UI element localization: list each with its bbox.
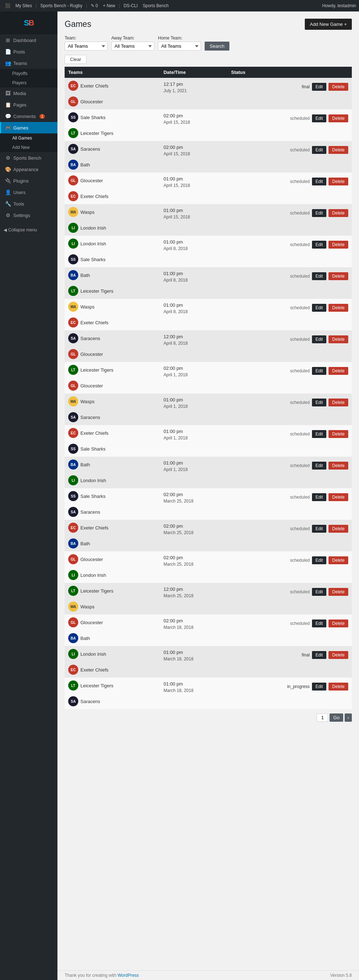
sidebar-item-pages[interactable]: 📋 Pages [0,99,57,110]
away-team-name: Saracens [80,336,100,341]
clear-button[interactable]: Clear [65,55,86,64]
delete-button[interactable]: Delete [329,336,348,343]
edit-button[interactable]: Edit [312,462,327,469]
sidebar-item-dashboard[interactable]: ⊞ Dashboard [0,35,57,46]
admin-bar-sports-bench[interactable]: Sports Bench [141,0,171,11]
sidebar-item-tools[interactable]: 🔧 Tools [0,198,57,210]
admin-bar-new-label: + New [103,3,115,8]
home-team-row: GL Gloucester [65,378,160,393]
delete-button[interactable]: Delete [329,525,348,533]
edit-button[interactable]: Edit [312,367,327,375]
home-team-logo: SA [68,696,78,706]
sidebar-submenu-all-games[interactable]: All Games [0,134,57,143]
sb-logo-text: SB [22,16,36,30]
edit-button[interactable]: Edit [312,493,327,501]
edit-button[interactable]: Edit [312,588,327,596]
table-row: WA Wasps EC Exeter Chiefs 01:00 pm April… [65,299,352,330]
away-team-logo: SA [68,333,78,343]
admin-bar-wp-logo[interactable]: ⬛ [3,0,13,11]
delete-button[interactable]: Delete [329,272,348,280]
pagination-next-button[interactable]: › [345,713,352,722]
sidebar-item-teams[interactable]: 👥 Teams [0,57,57,69]
admin-bar-my-sites-label: My Sites [16,3,32,8]
edit-button[interactable]: Edit [312,399,327,406]
edit-button[interactable]: Edit [312,336,327,343]
page-number-input[interactable] [317,713,328,722]
team-filter-select[interactable]: All Teams [65,41,108,51]
search-button[interactable]: Search [205,41,230,51]
sidebar-item-settings[interactable]: ⚙ Settings [0,210,57,221]
sidebar-submenu-players[interactable]: Players [0,78,57,88]
delete-button[interactable]: Delete [329,146,348,154]
away-team-row: WA Wasps [65,204,160,220]
delete-button[interactable]: Delete [329,83,348,91]
pagination-go-button[interactable]: Go [330,713,343,722]
sidebar-item-settings-label: Settings [13,213,30,218]
sidebar-item-users[interactable]: 👤 Users [0,186,57,198]
home-team-filter-select[interactable]: All Teams [158,41,201,51]
admin-bar-howdy[interactable]: Howdy, testadmin [322,3,356,8]
edit-button[interactable]: Edit [312,525,327,533]
edit-button[interactable]: Edit [312,146,327,154]
add-new-game-button[interactable]: Add New Game + [305,19,352,30]
home-team-logo: BA [68,633,78,643]
game-date: April 8, 2018 [160,341,227,348]
admin-bar-site-name[interactable]: Sports Bench - Rugby [38,0,85,11]
away-team-filter-select[interactable]: All Teams [111,41,154,51]
edit-button[interactable]: Edit [312,556,327,564]
delete-button[interactable]: Delete [329,115,348,123]
sidebar-item-posts[interactable]: 📄 Posts [0,46,57,57]
delete-button[interactable]: Delete [329,367,348,375]
status-badge: scheduled [290,305,310,310]
admin-bar-edit[interactable]: ✎ 0 [89,0,100,11]
admin-bar-new[interactable]: + New [101,0,117,11]
footer-wp-link[interactable]: WordPress [117,973,139,978]
edit-button[interactable]: Edit [312,272,327,280]
sidebar-item-sports-bench-label: Sports Bench [13,155,41,161]
table-row: SA Saracens GL Gloucester 12:00 pm April… [65,330,352,362]
delete-button[interactable]: Delete [329,304,348,312]
delete-button[interactable]: Delete [329,209,348,217]
admin-bar-howdy-text: Howdy, testadmin [322,3,356,8]
delete-button[interactable]: Delete [329,556,348,564]
edit-button[interactable]: Edit [312,115,327,123]
users-icon: 👤 [5,189,11,195]
sidebar-item-media[interactable]: 🖼 Media [0,88,57,99]
delete-button[interactable]: Delete [329,399,348,406]
delete-button[interactable]: Delete [329,588,348,596]
edit-button[interactable]: Edit [312,682,327,690]
collapse-menu-button[interactable]: ◀ Collapse menu [0,224,57,236]
admin-bar-my-sites[interactable]: My Sites [13,0,34,11]
sidebar-item-appearance[interactable]: 🎨 Appearance [0,164,57,175]
edit-button[interactable]: Edit [312,209,327,217]
home-team-name: Leicester Tigers [80,288,113,294]
edit-button[interactable]: Edit [312,178,327,185]
admin-bar-ds-cli[interactable]: DS-CLI [121,0,140,11]
edit-button[interactable]: Edit [312,304,327,312]
sidebar-submenu-playoffs[interactable]: Playoffs [0,69,57,78]
edit-button[interactable]: Edit [312,619,327,627]
away-team-logo: WA [68,396,78,406]
edit-button[interactable]: Edit [312,651,327,659]
sidebar-item-games[interactable]: 🎮 Games [0,122,57,134]
delete-button[interactable]: Delete [329,493,348,501]
delete-button[interactable]: Delete [329,178,348,185]
home-team-logo: SA [68,507,78,517]
delete-button[interactable]: Delete [329,619,348,627]
sidebar-item-comments[interactable]: 💬 Comments 1 [0,110,57,122]
sidebar-item-sports-bench[interactable]: ⚙ Sports Bench [0,152,57,164]
delete-button[interactable]: Delete [329,462,348,469]
delete-button[interactable]: Delete [329,241,348,248]
edit-button[interactable]: Edit [312,241,327,248]
sidebar-submenu-add-new[interactable]: Add New [0,143,57,152]
delete-button[interactable]: Delete [329,651,348,659]
away-team-name: Leicester Tigers [80,368,113,373]
teams-icon: 👥 [5,60,11,66]
edit-button[interactable]: Edit [312,83,327,91]
delete-button[interactable]: Delete [329,682,348,690]
sidebar-item-plugins[interactable]: 🔌 Plugins [0,175,57,186]
edit-button[interactable]: Edit [312,430,327,438]
delete-button[interactable]: Delete [329,430,348,438]
teams-submenu: Playoffs Players [0,69,57,88]
filters-row: Team: All Teams Away Team: All Teams Hom… [65,35,352,51]
